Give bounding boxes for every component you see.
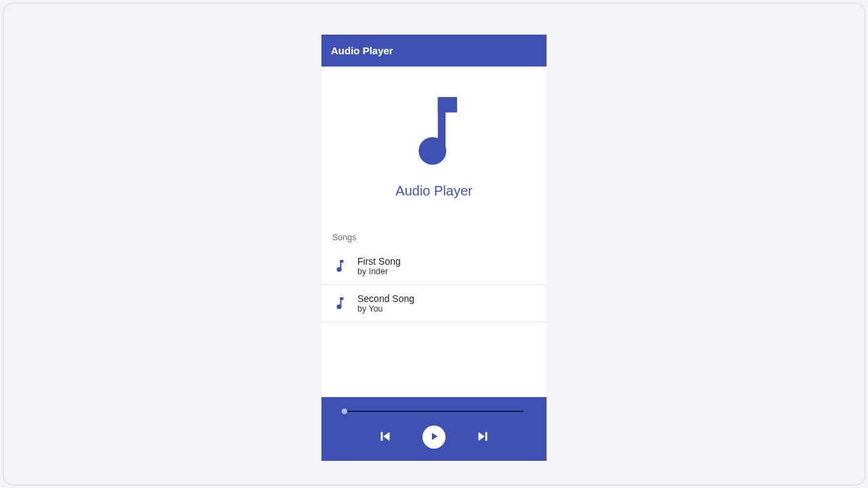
- hero-label: Audio Player: [395, 183, 472, 199]
- song-artist: by You: [357, 304, 414, 314]
- song-item[interactable]: Second Song by You: [321, 285, 547, 322]
- skip-next-icon: [475, 429, 490, 446]
- song-text: Second Song by You: [357, 293, 414, 314]
- song-text: First Song by Inder: [357, 256, 401, 276]
- next-button[interactable]: [475, 429, 490, 446]
- music-note-icon: [335, 297, 344, 309]
- app-title: Audio Player: [331, 45, 393, 56]
- svg-point-8: [337, 304, 342, 309]
- viewport-frame: Audio Player Audio Player Songs: [3, 3, 865, 485]
- transport-controls: [331, 426, 537, 449]
- song-item[interactable]: First Song by Inder: [321, 248, 547, 285]
- song-list: First Song by Inder Second Song: [321, 248, 547, 322]
- svg-rect-10: [486, 432, 488, 440]
- progress-thumb[interactable]: [342, 409, 347, 414]
- song-title: First Song: [357, 256, 401, 267]
- content-area: Audio Player Songs First Song by Inder: [321, 67, 547, 461]
- music-note-icon: [411, 96, 457, 167]
- hero-section: Audio Player: [321, 67, 547, 212]
- progress-slider[interactable]: [331, 407, 537, 416]
- song-artist: by Inder: [357, 267, 401, 276]
- svg-point-5: [337, 267, 342, 271]
- audio-player-app: Audio Player Audio Player Songs: [321, 35, 547, 461]
- play-button[interactable]: [422, 426, 446, 449]
- player-bar: [321, 397, 547, 461]
- skip-previous-icon: [378, 429, 393, 446]
- spacer: [321, 322, 547, 397]
- previous-button[interactable]: [378, 429, 393, 446]
- app-bar: Audio Player: [321, 35, 547, 67]
- song-title: Second Song: [357, 293, 414, 304]
- svg-point-2: [418, 137, 446, 165]
- songs-section-label: Songs: [321, 212, 547, 248]
- play-icon: [428, 430, 440, 445]
- svg-rect-9: [381, 432, 383, 440]
- progress-track: [344, 411, 524, 412]
- music-note-icon: [335, 260, 344, 272]
